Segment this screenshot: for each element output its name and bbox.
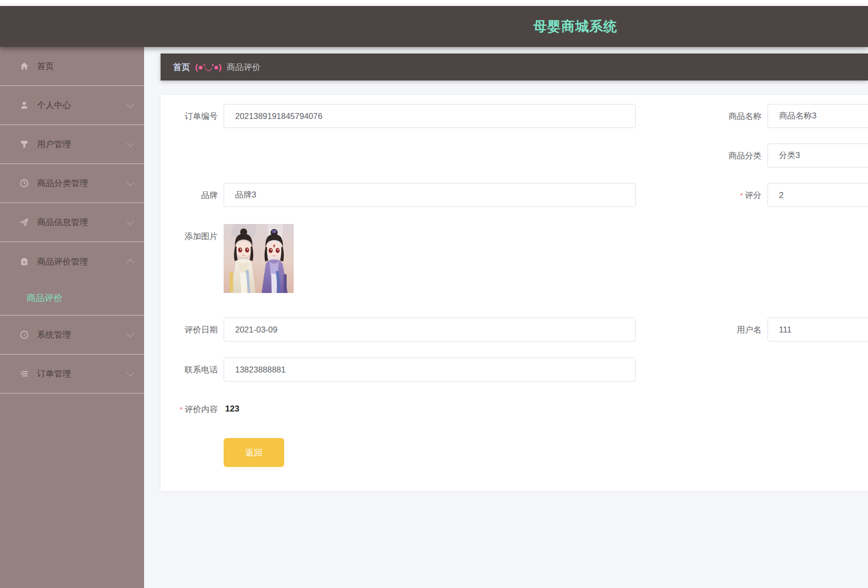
sidebar-item-label: 订单管理: [37, 368, 71, 380]
breadcrumb-separator: (●'◡'●): [195, 62, 222, 72]
clock-icon: [19, 178, 29, 188]
sidebar-item-label: 用户管理: [37, 138, 71, 150]
score-label: *评分: [651, 183, 761, 208]
add-image-label: 添加图片: [108, 224, 218, 248]
required-asterisk: *: [740, 191, 743, 200]
username-input[interactable]: [767, 318, 868, 342]
review-content-value: 123: [225, 399, 239, 419]
funnel-icon: [19, 140, 29, 150]
product-name-input[interactable]: [767, 104, 868, 128]
send-icon: [19, 218, 29, 228]
breadcrumb: 首页 (●'◡'●) 商品评价: [161, 54, 868, 80]
form-card: [161, 95, 868, 491]
required-asterisk: *: [180, 405, 183, 414]
chevron-down-icon: [127, 140, 135, 148]
sidebar-item-label: 系统管理: [37, 329, 71, 340]
review-date-label: 评价日期: [108, 318, 218, 342]
score-input[interactable]: [767, 183, 868, 207]
app-window: 母婴商城系统 首页 个人中心 用户管理 商品分类: [0, 0, 868, 588]
product-category-label: 商品分类: [651, 144, 761, 168]
product-category-input[interactable]: [767, 144, 868, 168]
clipboard-x-icon: [19, 256, 29, 266]
review-date-input[interactable]: [224, 318, 636, 342]
phone-input[interactable]: [224, 358, 636, 382]
app-header: 母婴商城系统: [0, 6, 868, 47]
brand-input[interactable]: [224, 183, 636, 207]
sidebar-item-users[interactable]: 用户管理: [0, 125, 144, 164]
chevron-up-icon: [127, 258, 135, 266]
brand-label: 品牌: [108, 183, 218, 207]
sidebar-subitem-product-review[interactable]: 商品评价: [0, 281, 144, 316]
home-icon: [19, 62, 29, 72]
breadcrumb-current: 商品评价: [227, 62, 261, 73]
sidebar-item-label: 个人中心: [37, 100, 71, 111]
username-label: 用户名: [651, 318, 761, 342]
breadcrumb-home-link[interactable]: 首页: [173, 62, 190, 73]
list-icon: [19, 369, 29, 379]
sidebar-item-label: 首页: [37, 60, 54, 72]
sidebar-item-home[interactable]: 首页: [0, 47, 144, 86]
review-content-label: *评价内容: [108, 398, 218, 420]
sidebar-item-label: 商品评价管理: [37, 256, 88, 268]
order-no-input[interactable]: [224, 104, 636, 128]
back-button[interactable]: 返回: [224, 438, 284, 467]
product-name-label: 商品名称: [651, 104, 761, 128]
app-title: 母婴商城系统: [533, 6, 617, 47]
order-no-label: 订单编号: [108, 104, 218, 128]
phone-label: 联系电话: [108, 358, 218, 382]
sidebar-subitem-label: 商品评价: [27, 292, 63, 304]
gauge-icon: [19, 330, 29, 340]
sidebar-item-label: 商品信息管理: [37, 216, 88, 228]
top-white-strip: [0, 0, 868, 6]
review-image[interactable]: [224, 224, 294, 293]
user-icon: [19, 100, 29, 110]
sidebar-item-label: 商品分类管理: [37, 178, 88, 189]
